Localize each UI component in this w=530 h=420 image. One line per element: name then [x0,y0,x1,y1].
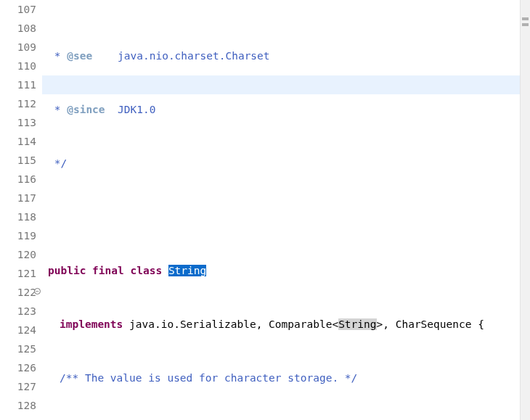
line-number: 122− [0,283,36,302]
overview-mark[interactable] [522,23,529,26]
line-number: 114 [0,132,36,151]
line-number: 124 [0,321,36,339]
line-number: 128 [0,396,36,415]
line-number: 108 [0,19,36,38]
code-line[interactable]: * @since JDK1.0 [48,100,520,119]
line-number: 120 [0,245,36,264]
line-number: 115 [0,151,36,170]
selection: String [168,265,206,276]
code-line[interactable]: */ [48,154,520,173]
code-area[interactable]: * @see java.nio.charset.Charset * @since… [42,0,520,420]
code-line[interactable]: public final class String [48,261,520,280]
occurrence-highlight: String [338,318,376,330]
line-number: 117 [0,189,36,207]
code-line[interactable]: implements java.io.Serializable, Compara… [48,315,520,334]
overview-mark[interactable] [522,17,529,20]
overview-ruler[interactable] [520,0,530,420]
line-number: 119 [0,226,36,245]
code-editor[interactable]: 107 108 109 110 111 112 113 114 115 116 … [0,0,530,420]
code-line[interactable] [48,207,520,226]
code-line[interactable]: * @see java.nio.charset.Charset [48,46,520,65]
line-number-gutter: 107 108 109 110 111 112 113 114 115 116 … [0,0,42,420]
line-number: 113 [0,113,36,132]
fold-toggle-icon[interactable]: − [34,288,41,295]
line-number: 107 [0,0,36,19]
current-line-highlight [42,75,520,94]
line-number: 118 [0,207,36,226]
line-number: 125 [0,339,36,358]
line-number: 111 [0,75,36,94]
line-number: 126 [0,358,36,377]
line-number: 127 [0,377,36,396]
line-number: 123 [0,302,36,321]
line-number: 121 [0,264,36,283]
line-number: 110 [0,57,36,75]
line-number: 112 [0,94,36,113]
line-number: 116 [0,170,36,189]
code-line[interactable]: /** The value is used for character stor… [48,368,520,387]
line-number: 109 [0,38,36,57]
